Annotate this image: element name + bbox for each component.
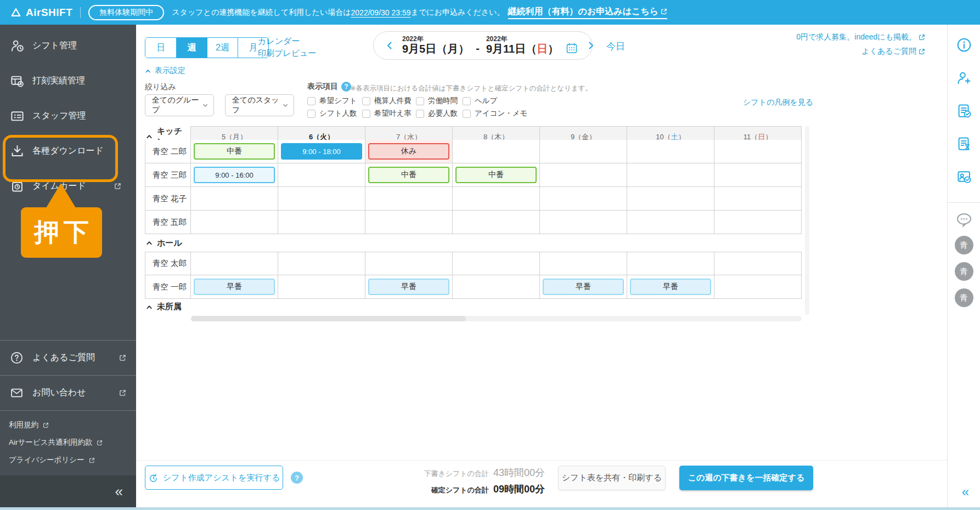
- shift-cell[interactable]: [191, 187, 278, 211]
- shift-cell[interactable]: 早番: [365, 275, 453, 299]
- sidebar-item-staff-management[interactable]: スタッフ管理: [0, 98, 136, 133]
- shift-cell[interactable]: [278, 163, 365, 187]
- shift-cell[interactable]: [540, 187, 627, 211]
- shift-cell[interactable]: [278, 275, 365, 299]
- paid-signup-link[interactable]: 継続利用（有料）のお申込みはこちら: [508, 6, 668, 19]
- shift-cell[interactable]: [365, 211, 453, 234]
- group-filter-select[interactable]: 全てのグループ: [145, 94, 214, 116]
- sidebar-collapse-button[interactable]: «: [115, 484, 123, 498]
- sidebar-item-downloads[interactable]: 各種ダウンロード: [0, 133, 136, 168]
- display-item-checkbox[interactable]: 必要人数: [416, 109, 463, 118]
- shift-cell[interactable]: 早番: [191, 275, 278, 299]
- shift-cell[interactable]: [714, 275, 802, 299]
- staff-filter-select[interactable]: 全てのスタッフ: [225, 94, 294, 116]
- shift-cell[interactable]: [627, 187, 714, 211]
- display-item-checkbox[interactable]: 希望叶え率: [362, 109, 416, 118]
- shift-chip[interactable]: 9:00 - 16:00: [194, 167, 275, 183]
- view-mode-day[interactable]: 日: [145, 38, 176, 58]
- shift-cell[interactable]: [714, 163, 802, 187]
- checkbox[interactable]: [463, 110, 471, 118]
- shift-chip[interactable]: 休み: [368, 143, 449, 160]
- group-collapse-icon[interactable]: [146, 304, 153, 310]
- shift-cell[interactable]: 中番: [191, 140, 278, 163]
- shift-cell[interactable]: [540, 252, 627, 275]
- shift-cell[interactable]: [453, 140, 540, 163]
- shift-legend-link[interactable]: シフトの凡例を見る: [743, 98, 813, 107]
- shift-cell[interactable]: [453, 211, 540, 234]
- checkbox[interactable]: [362, 97, 370, 105]
- shift-cell[interactable]: [627, 140, 714, 163]
- info-icon[interactable]: [956, 37, 972, 53]
- sidebar-faq-link[interactable]: よくあるご質問: [0, 340, 136, 375]
- confirmed-shifts-icon[interactable]: [956, 103, 972, 119]
- shift-cell[interactable]: 9:00 - 16:00: [191, 163, 278, 187]
- display-item-checkbox[interactable]: ヘルプ: [463, 96, 497, 106]
- shift-cell[interactable]: [191, 211, 278, 234]
- today-link[interactable]: 今日: [606, 40, 625, 53]
- display-item-checkbox[interactable]: 概算人件費: [362, 96, 416, 106]
- checkbox[interactable]: [416, 97, 424, 105]
- shift-cell[interactable]: 中番: [453, 163, 540, 187]
- sidebar-item-punch-records[interactable]: 打刻実績管理: [0, 63, 136, 98]
- print-preview-link[interactable]: 印刷プレビュー: [258, 48, 316, 59]
- shift-cell[interactable]: 9:00 - 18:00: [278, 140, 365, 163]
- add-staff-icon[interactable]: [956, 70, 972, 86]
- horizontal-scrollbar[interactable]: [191, 316, 802, 321]
- shift-cell[interactable]: [278, 252, 365, 275]
- shift-chip[interactable]: 中番: [194, 143, 275, 160]
- shift-cell[interactable]: [540, 211, 627, 234]
- checkbox[interactable]: [307, 110, 316, 118]
- pending-shifts-icon[interactable]: [956, 135, 972, 152]
- shift-cell[interactable]: [191, 252, 278, 275]
- shift-chip[interactable]: 9:00 - 18:00: [281, 143, 362, 160]
- shift-cell[interactable]: [714, 211, 802, 234]
- shift-chip[interactable]: 早番: [368, 279, 449, 295]
- rail-collapse-button[interactable]: «: [962, 484, 969, 500]
- shift-cell[interactable]: [453, 275, 540, 299]
- shift-cell[interactable]: [714, 187, 802, 211]
- privacy-policy-link[interactable]: プライバシーポリシー: [0, 451, 136, 469]
- shift-assist-button[interactable]: シフト作成アシストを実行する: [145, 466, 283, 490]
- display-item-checkbox[interactable]: 希望シフト: [307, 96, 362, 106]
- assist-help-icon[interactable]: ?: [291, 472, 303, 484]
- checkbox[interactable]: [416, 110, 424, 118]
- shift-cell[interactable]: 休み: [365, 140, 453, 163]
- staff-approval-icon[interactable]: [956, 168, 972, 185]
- sidebar-contact-link[interactable]: お問い合わせ: [0, 375, 136, 410]
- staff-avatar[interactable]: 青: [955, 262, 973, 281]
- checkbox[interactable]: [362, 110, 370, 118]
- shift-cell[interactable]: [453, 187, 540, 211]
- group-collapse-icon[interactable]: [146, 133, 153, 140]
- shift-cell[interactable]: 早番: [540, 275, 627, 299]
- calendar-view-link[interactable]: カレンダー: [258, 36, 316, 47]
- display-item-checkbox[interactable]: アイコン・メモ: [463, 109, 527, 118]
- shift-cell[interactable]: [278, 211, 365, 234]
- view-mode-2weeks[interactable]: 2週: [207, 38, 238, 58]
- shift-cell[interactable]: 中番: [365, 163, 453, 187]
- shift-cell[interactable]: [365, 252, 453, 275]
- faq-top-link[interactable]: よくあるご質問: [796, 47, 925, 56]
- terms-link[interactable]: 利用規約: [0, 416, 136, 434]
- confirm-week-drafts-button[interactable]: この週の下書きを一括確定する: [679, 466, 813, 490]
- view-mode-week[interactable]: 週: [176, 38, 207, 58]
- checkbox[interactable]: [463, 97, 471, 105]
- shift-chip[interactable]: 中番: [455, 167, 537, 183]
- shift-cell[interactable]: [365, 187, 453, 211]
- display-item-checkbox[interactable]: 労働時間: [416, 96, 463, 106]
- chat-icon[interactable]: [955, 211, 973, 228]
- shift-cell[interactable]: [627, 211, 714, 234]
- shift-cell[interactable]: 早番: [627, 275, 714, 299]
- shift-cell[interactable]: [453, 252, 540, 275]
- checkbox[interactable]: [307, 97, 316, 105]
- shift-cell[interactable]: [714, 140, 802, 163]
- shift-chip[interactable]: 早番: [630, 279, 711, 295]
- sidebar-item-shift-management[interactable]: シフト管理: [0, 28, 136, 63]
- previous-week-button[interactable]: [385, 41, 395, 50]
- display-settings-toggle[interactable]: 表示設定: [145, 66, 185, 76]
- shift-chip[interactable]: 早番: [543, 279, 624, 295]
- staff-avatar[interactable]: 青: [955, 236, 973, 254]
- next-week-button[interactable]: [586, 41, 596, 50]
- display-item-checkbox[interactable]: シフト人数: [307, 109, 362, 118]
- shift-chip[interactable]: 早番: [194, 279, 275, 295]
- shift-cell[interactable]: [540, 140, 627, 163]
